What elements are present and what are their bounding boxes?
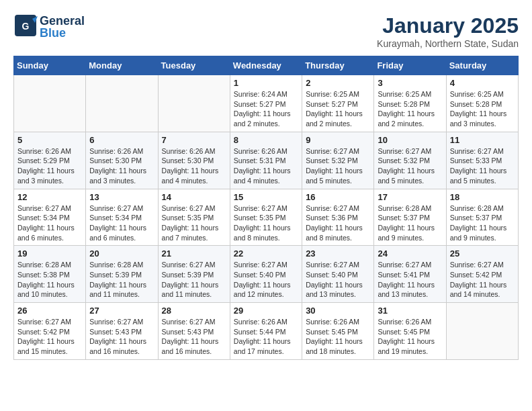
week-row-1: 1Sunrise: 6:24 AMSunset: 5:27 PMDaylight…: [14, 75, 519, 132]
day-info: Sunrise: 6:25 AMSunset: 5:28 PMDaylight:…: [378, 89, 442, 129]
calendar-cell: 3Sunrise: 6:25 AMSunset: 5:28 PMDaylight…: [374, 75, 446, 132]
day-number: 16: [306, 192, 370, 202]
day-info: Sunrise: 6:26 AMSunset: 5:45 PMDaylight:…: [378, 317, 442, 357]
day-number: 21: [162, 248, 226, 259]
calendar-cell: 6Sunrise: 6:26 AMSunset: 5:30 PMDaylight…: [86, 132, 158, 189]
calendar-cell: 13Sunrise: 6:27 AMSunset: 5:34 PMDayligh…: [86, 189, 158, 246]
day-number: 27: [89, 306, 154, 316]
day-number: 9: [306, 135, 370, 145]
day-number: 7: [162, 135, 226, 145]
day-info: Sunrise: 6:27 AMSunset: 5:36 PMDaylight:…: [306, 203, 370, 243]
calendar-cell: 9Sunrise: 6:27 AMSunset: 5:32 PMDaylight…: [302, 132, 374, 189]
header: G General Blue January 2025 Kuraymah, No…: [13, 13, 519, 49]
day-info: Sunrise: 6:27 AMSunset: 5:41 PMDaylight:…: [378, 260, 442, 300]
week-row-3: 12Sunrise: 6:27 AMSunset: 5:34 PMDayligh…: [14, 189, 519, 246]
day-info: Sunrise: 6:27 AMSunset: 5:43 PMDaylight:…: [162, 317, 226, 357]
day-header-friday: Friday: [374, 56, 446, 75]
day-info: Sunrise: 6:27 AMSunset: 5:34 PMDaylight:…: [89, 203, 154, 243]
calendar-cell: 28Sunrise: 6:27 AMSunset: 5:43 PMDayligh…: [158, 303, 230, 360]
day-info: Sunrise: 6:27 AMSunset: 5:35 PMDaylight:…: [234, 203, 298, 243]
week-row-4: 19Sunrise: 6:28 AMSunset: 5:38 PMDayligh…: [14, 246, 519, 303]
week-row-2: 5Sunrise: 6:26 AMSunset: 5:29 PMDaylight…: [14, 132, 519, 189]
day-info: Sunrise: 6:28 AMSunset: 5:38 PMDaylight:…: [17, 260, 82, 300]
calendar-cell: 23Sunrise: 6:27 AMSunset: 5:40 PMDayligh…: [302, 246, 374, 303]
day-info: Sunrise: 6:28 AMSunset: 5:39 PMDaylight:…: [89, 260, 154, 300]
day-header-thursday: Thursday: [302, 56, 374, 75]
calendar-cell: 2Sunrise: 6:25 AMSunset: 5:27 PMDaylight…: [302, 75, 374, 132]
day-number: 17: [378, 192, 442, 202]
logo-icon: G: [13, 13, 38, 40]
day-info: Sunrise: 6:27 AMSunset: 5:35 PMDaylight:…: [162, 203, 226, 243]
day-number: 11: [450, 135, 515, 145]
day-info: Sunrise: 6:26 AMSunset: 5:31 PMDaylight:…: [234, 146, 298, 186]
day-number: 26: [17, 306, 82, 316]
calendar-cell: 20Sunrise: 6:28 AMSunset: 5:39 PMDayligh…: [86, 246, 158, 303]
day-info: Sunrise: 6:28 AMSunset: 5:37 PMDaylight:…: [378, 203, 442, 243]
calendar-cell: 8Sunrise: 6:26 AMSunset: 5:31 PMDaylight…: [230, 132, 302, 189]
day-info: Sunrise: 6:27 AMSunset: 5:43 PMDaylight:…: [89, 317, 154, 357]
day-info: Sunrise: 6:26 AMSunset: 5:45 PMDaylight:…: [306, 317, 370, 357]
day-number: 23: [306, 248, 370, 259]
day-info: Sunrise: 6:26 AMSunset: 5:30 PMDaylight:…: [162, 146, 226, 186]
week-row-5: 26Sunrise: 6:27 AMSunset: 5:42 PMDayligh…: [14, 303, 519, 360]
day-number: 5: [17, 135, 82, 145]
day-number: 19: [17, 248, 82, 259]
day-header-tuesday: Tuesday: [158, 56, 230, 75]
calendar-cell: 4Sunrise: 6:25 AMSunset: 5:28 PMDaylight…: [446, 75, 518, 132]
day-info: Sunrise: 6:27 AMSunset: 5:32 PMDaylight:…: [378, 146, 442, 186]
calendar-cell: 5Sunrise: 6:26 AMSunset: 5:29 PMDaylight…: [14, 132, 86, 189]
calendar-cell: [446, 303, 518, 360]
logo-general: General: [40, 15, 85, 27]
day-info: Sunrise: 6:28 AMSunset: 5:37 PMDaylight:…: [450, 203, 515, 243]
calendar-cell: 21Sunrise: 6:27 AMSunset: 5:39 PMDayligh…: [158, 246, 230, 303]
calendar-cell: 18Sunrise: 6:28 AMSunset: 5:37 PMDayligh…: [446, 189, 518, 246]
calendar-cell: 29Sunrise: 6:26 AMSunset: 5:44 PMDayligh…: [230, 303, 302, 360]
calendar-cell: 11Sunrise: 6:27 AMSunset: 5:33 PMDayligh…: [446, 132, 518, 189]
day-number: 15: [234, 192, 298, 202]
day-number: 24: [378, 248, 442, 259]
calendar-cell: 22Sunrise: 6:27 AMSunset: 5:40 PMDayligh…: [230, 246, 302, 303]
calendar-table: SundayMondayTuesdayWednesdayThursdayFrid…: [13, 56, 519, 360]
calendar-cell: 12Sunrise: 6:27 AMSunset: 5:34 PMDayligh…: [14, 189, 86, 246]
day-info: Sunrise: 6:27 AMSunset: 5:42 PMDaylight:…: [450, 260, 515, 300]
calendar-cell: 1Sunrise: 6:24 AMSunset: 5:27 PMDaylight…: [230, 75, 302, 132]
calendar-cell: [86, 75, 158, 132]
day-number: 8: [234, 135, 298, 145]
day-number: 28: [162, 306, 226, 316]
day-number: 6: [89, 135, 154, 145]
day-number: 12: [17, 192, 82, 202]
day-info: Sunrise: 6:27 AMSunset: 5:40 PMDaylight:…: [306, 260, 370, 300]
day-info: Sunrise: 6:27 AMSunset: 5:40 PMDaylight:…: [234, 260, 298, 300]
day-number: 3: [378, 78, 442, 88]
title-area: January 2025 Kuraymah, Northern State, S…: [377, 13, 519, 49]
day-number: 13: [89, 192, 154, 202]
day-info: Sunrise: 6:26 AMSunset: 5:30 PMDaylight:…: [89, 146, 154, 186]
calendar-cell: 26Sunrise: 6:27 AMSunset: 5:42 PMDayligh…: [14, 303, 86, 360]
day-number: 30: [306, 306, 370, 316]
calendar-cell: 25Sunrise: 6:27 AMSunset: 5:42 PMDayligh…: [446, 246, 518, 303]
day-header-saturday: Saturday: [446, 56, 518, 75]
day-number: 22: [234, 248, 298, 259]
day-number: 10: [378, 135, 442, 145]
calendar-cell: 16Sunrise: 6:27 AMSunset: 5:36 PMDayligh…: [302, 189, 374, 246]
day-info: Sunrise: 6:25 AMSunset: 5:28 PMDaylight:…: [450, 89, 515, 129]
calendar-cell: 7Sunrise: 6:26 AMSunset: 5:30 PMDaylight…: [158, 132, 230, 189]
day-header-monday: Monday: [86, 56, 158, 75]
day-number: 20: [89, 248, 154, 259]
calendar-title: January 2025: [377, 13, 519, 38]
day-header-sunday: Sunday: [14, 56, 86, 75]
day-number: 14: [162, 192, 226, 202]
calendar-cell: [14, 75, 86, 132]
day-info: Sunrise: 6:27 AMSunset: 5:32 PMDaylight:…: [306, 146, 370, 186]
logo-blue: Blue: [40, 27, 85, 39]
calendar-cell: 30Sunrise: 6:26 AMSunset: 5:45 PMDayligh…: [302, 303, 374, 360]
day-number: 31: [378, 306, 442, 316]
day-info: Sunrise: 6:26 AMSunset: 5:29 PMDaylight:…: [17, 146, 82, 186]
calendar-cell: [158, 75, 230, 132]
calendar-cell: 14Sunrise: 6:27 AMSunset: 5:35 PMDayligh…: [158, 189, 230, 246]
day-number: 1: [234, 78, 298, 88]
calendar-cell: 19Sunrise: 6:28 AMSunset: 5:38 PMDayligh…: [14, 246, 86, 303]
calendar-cell: 15Sunrise: 6:27 AMSunset: 5:35 PMDayligh…: [230, 189, 302, 246]
calendar-cell: 27Sunrise: 6:27 AMSunset: 5:43 PMDayligh…: [86, 303, 158, 360]
day-number: 18: [450, 192, 515, 202]
